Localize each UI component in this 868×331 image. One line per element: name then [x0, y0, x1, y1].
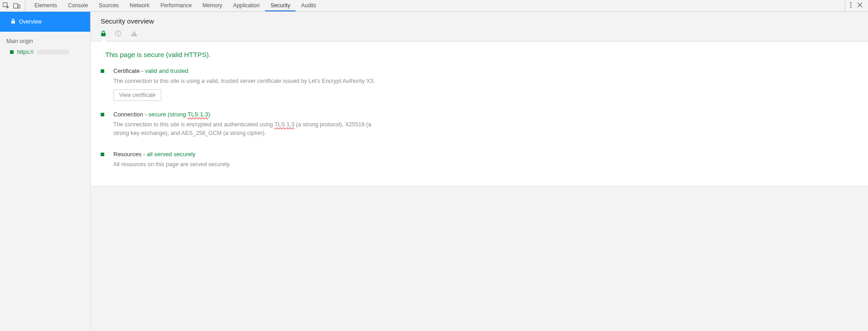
devtools-toolbar: Elements Console Sources Network Perform…: [0, 0, 868, 12]
resources-desc: All resources on this page are served se…: [113, 160, 382, 169]
tab-label: Application: [233, 2, 260, 9]
tab-security[interactable]: Security: [265, 0, 296, 11]
toolbar-right-controls: [845, 0, 865, 11]
tab-memory[interactable]: Memory: [197, 0, 228, 11]
security-sidebar: Overview Main origin https://: [0, 12, 91, 331]
lock-icon: [11, 19, 15, 25]
main-layout: Overview Main origin https:// Security o…: [0, 12, 868, 331]
resources-title: Resources - all served securely: [113, 151, 382, 158]
certificate-section: Certificate - valid and trusted The conn…: [101, 67, 382, 101]
res-title-status: all served securely: [147, 151, 196, 158]
inspect-element-icon[interactable]: [3, 2, 10, 9]
svg-rect-15: [134, 33, 135, 34]
sidebar-overview-label: Overview: [19, 19, 42, 25]
svg-point-4: [850, 2, 852, 4]
tab-label: Elements: [34, 2, 57, 9]
device-toggle-icon[interactable]: [13, 3, 20, 9]
tab-label: Audits: [301, 2, 316, 9]
connection-section: Connection - secure (strong TLS 1.3) The…: [101, 111, 382, 141]
tab-elements[interactable]: Elements: [29, 0, 63, 11]
tab-label: Security: [271, 2, 290, 9]
conn-status-c: ): [208, 111, 210, 118]
tab-application[interactable]: Application: [228, 0, 265, 11]
connection-desc: The connection to this site is encrypted…: [113, 120, 382, 138]
tab-label: Memory: [203, 2, 222, 9]
origin-redacted: [37, 50, 69, 54]
secure-square-icon: [10, 50, 14, 54]
tab-network[interactable]: Network: [124, 0, 155, 11]
svg-rect-9: [11, 21, 15, 24]
cert-title-status: valid and trusted: [145, 67, 188, 74]
conn-status-b: TLS 1.3: [188, 111, 209, 118]
tab-label: Console: [68, 2, 88, 9]
close-icon[interactable]: [857, 2, 863, 9]
info-icon[interactable]: [115, 30, 121, 37]
tab-audits[interactable]: Audits: [296, 0, 321, 11]
security-overview-title: Security overview: [91, 12, 868, 25]
security-state-icons: [91, 25, 868, 41]
sidebar-origin-item[interactable]: https://: [0, 47, 90, 57]
res-title-prefix: Resources -: [113, 151, 147, 158]
tab-console[interactable]: Console: [63, 0, 93, 11]
svg-point-6: [850, 7, 852, 8]
toolbar-left-icons: [3, 0, 25, 11]
certificate-title: Certificate - valid and trusted: [113, 67, 382, 74]
svg-rect-10: [101, 33, 106, 36]
tab-label: Network: [130, 2, 150, 9]
svg-point-12: [118, 32, 119, 33]
secure-bullet-icon: [101, 153, 104, 156]
svg-rect-2: [14, 4, 18, 8]
devtools-tabs: Elements Console Sources Network Perform…: [29, 0, 322, 11]
caret-indicator: [101, 38, 107, 42]
svg-rect-3: [18, 5, 20, 8]
tab-performance[interactable]: Performance: [155, 0, 197, 11]
conn-status-a: secure (strong: [148, 111, 187, 118]
sidebar-main-origin-title: Main origin: [0, 32, 90, 47]
connection-title: Connection - secure (strong TLS 1.3): [113, 111, 382, 118]
view-certificate-button[interactable]: View certificate: [113, 89, 161, 101]
origin-prefix: https://: [17, 49, 34, 55]
more-options-icon[interactable]: [850, 2, 852, 10]
conn-desc-b: TLS 1.3: [275, 121, 295, 128]
svg-point-5: [850, 5, 852, 6]
security-panel-body: This page is secure (valid HTTPS). Certi…: [91, 42, 868, 187]
tab-label: Sources: [99, 2, 119, 9]
conn-desc-a: The connection to this site is encrypted…: [113, 121, 275, 128]
sidebar-overview[interactable]: Overview: [0, 12, 90, 32]
resources-section: Resources - all served securely All reso…: [101, 151, 382, 173]
warning-icon[interactable]: [131, 30, 138, 37]
secure-lock-icon[interactable]: [101, 30, 106, 37]
conn-title-prefix: Connection -: [113, 111, 148, 118]
tab-sources[interactable]: Sources: [93, 0, 124, 11]
certificate-desc: The connection to this site is using a v…: [113, 77, 382, 86]
secure-bullet-icon: [101, 69, 104, 73]
cert-title-prefix: Certificate -: [113, 67, 145, 74]
secure-bullet-icon: [101, 113, 104, 116]
security-content: Security overview This page is secure (v…: [91, 12, 868, 331]
svg-rect-16: [134, 35, 135, 36]
svg-rect-13: [118, 33, 118, 35]
tab-label: Performance: [160, 2, 192, 9]
secure-headline: This page is secure (valid HTTPS).: [101, 49, 858, 67]
